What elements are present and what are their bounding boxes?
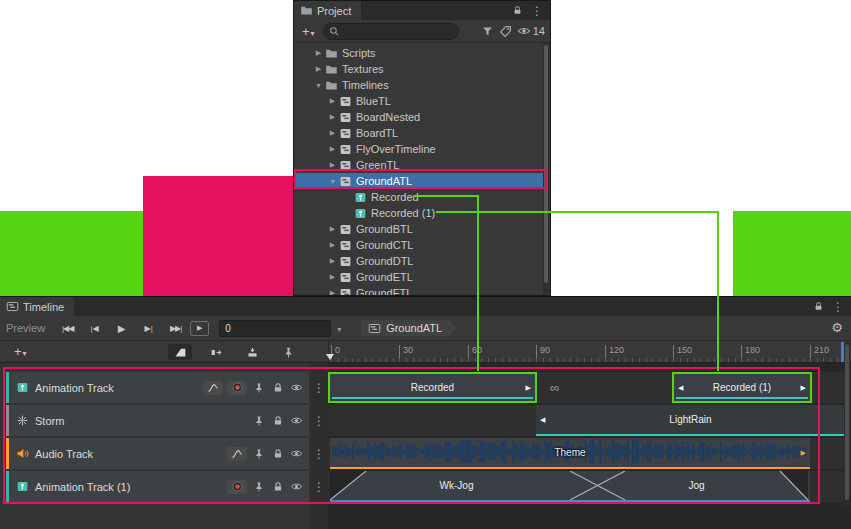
- track-header-audio-track[interactable]: Audio Track: [6, 438, 309, 469]
- next-frame-button[interactable]: [136, 319, 161, 337]
- create-asset-button[interactable]: [299, 24, 318, 39]
- show-markers-button[interactable]: [276, 344, 300, 360]
- breadcrumb-label: GroundATL: [386, 322, 442, 334]
- packages-visibility-button[interactable]: 14: [517, 24, 545, 38]
- pin-track-button[interactable]: [251, 380, 266, 395]
- frame-field[interactable]: 0: [219, 320, 331, 337]
- tree-item-groundbtl[interactable]: GroundBTL: [294, 221, 543, 237]
- extrapolation-infinity-icon: [550, 372, 559, 403]
- preview-toggle-button[interactable]: Preview: [6, 322, 45, 334]
- tree-item-timelines[interactable]: Timelines: [294, 77, 543, 93]
- tree-item-boardnested[interactable]: BoardNested: [294, 109, 543, 125]
- record-button[interactable]: [227, 480, 247, 494]
- track-options-kebab[interactable]: [312, 405, 326, 436]
- chevron-right-icon[interactable]: [326, 145, 339, 153]
- breadcrumb[interactable]: GroundATL: [361, 320, 456, 337]
- goto-end-button[interactable]: [163, 319, 188, 337]
- lock-track-button[interactable]: [270, 380, 285, 395]
- lock-icon[interactable]: [512, 5, 523, 16]
- lane-animation-track[interactable]: Recorded Recorded (1): [328, 372, 845, 403]
- chevron-right-icon[interactable]: [312, 65, 325, 73]
- tree-item-groundctl[interactable]: GroundCTL: [294, 237, 543, 253]
- particle-system-icon: [16, 414, 29, 427]
- search-by-label-button[interactable]: [499, 25, 512, 38]
- search-input[interactable]: [343, 26, 453, 37]
- clip-recorded-1[interactable]: Recorded (1): [672, 372, 812, 403]
- tree-item-recorded-1[interactable]: Recorded (1): [294, 205, 543, 221]
- chevron-right-icon[interactable]: [326, 289, 339, 295]
- mute-track-button[interactable]: [289, 479, 304, 494]
- tree-item-textures[interactable]: Textures: [294, 61, 543, 77]
- playhead-marker[interactable]: [326, 354, 334, 360]
- goto-start-button[interactable]: [55, 319, 80, 337]
- clip-lightrain[interactable]: LightRain: [536, 405, 845, 436]
- search-box[interactable]: [323, 23, 459, 40]
- record-icon: [231, 480, 244, 493]
- lock-track-button[interactable]: [270, 479, 285, 494]
- edit-mode-replace-button[interactable]: [240, 344, 264, 360]
- tree-item-grounddtl[interactable]: GroundDTL: [294, 253, 543, 269]
- tree-item-bluetl[interactable]: BlueTL: [294, 93, 543, 109]
- lock-icon[interactable]: [813, 301, 824, 312]
- chevron-right-icon[interactable]: [326, 97, 339, 105]
- clip-recorded[interactable]: Recorded: [328, 372, 537, 403]
- tree-item-recorded[interactable]: Recorded: [294, 189, 543, 205]
- pin-track-button[interactable]: [251, 446, 266, 461]
- chevron-right-icon[interactable]: [326, 225, 339, 233]
- tree-item-groundatl[interactable]: GroundATL: [294, 173, 543, 189]
- chevron-down-icon[interactable]: [326, 178, 339, 185]
- kebab-menu-icon[interactable]: [832, 300, 844, 314]
- tree-item-flyovertimeline[interactable]: FlyOverTimeline: [294, 141, 543, 157]
- tree-item-groundetl[interactable]: GroundETL: [294, 269, 543, 285]
- lock-track-button[interactable]: [270, 413, 285, 428]
- tree-item-groundftl[interactable]: GroundFTL: [294, 285, 543, 295]
- chevron-right-icon[interactable]: [326, 257, 339, 265]
- play-range-button[interactable]: [190, 321, 209, 336]
- lane-storm[interactable]: LightRain: [328, 405, 845, 436]
- track-options-kebab[interactable]: [312, 438, 326, 469]
- chevron-right-icon[interactable]: [312, 49, 325, 57]
- add-track-button[interactable]: [14, 344, 27, 359]
- tab-project[interactable]: Project: [294, 1, 361, 20]
- scrollbar-thumb[interactable]: [845, 344, 849, 500]
- search-by-type-button[interactable]: [481, 25, 494, 38]
- time-ruler[interactable]: 0 30 60 90 120 150 180 210: [328, 341, 845, 362]
- project-scrollbar[interactable]: [543, 43, 549, 294]
- edit-mode-mix-button[interactable]: [168, 344, 192, 360]
- gear-icon[interactable]: [831, 320, 843, 336]
- mute-track-button[interactable]: [289, 446, 304, 461]
- track-header-storm[interactable]: Storm: [6, 405, 309, 436]
- chevron-right-icon[interactable]: [326, 161, 339, 169]
- tree-item-scripts[interactable]: Scripts: [294, 45, 543, 61]
- lock-track-button[interactable]: [270, 446, 285, 461]
- project-toolbar: 14: [294, 20, 550, 43]
- scrollbar-thumb[interactable]: [544, 45, 548, 283]
- curves-toggle-button[interactable]: [227, 447, 247, 461]
- timeline-vertical-scrollbar[interactable]: [844, 342, 850, 506]
- lane-audio-track[interactable]: Theme: [328, 438, 845, 469]
- chevron-right-icon[interactable]: [326, 241, 339, 249]
- clip-theme[interactable]: Theme: [330, 438, 810, 469]
- curves-toggle-button[interactable]: [203, 381, 223, 395]
- chevron-right-icon[interactable]: [326, 113, 339, 121]
- tree-item-boardtl[interactable]: BoardTL: [294, 125, 543, 141]
- track-options-kebab[interactable]: [312, 372, 326, 403]
- edit-mode-ripple-button[interactable]: [204, 344, 228, 360]
- pin-track-button[interactable]: [251, 413, 266, 428]
- tree-item-greentl[interactable]: GreenTL: [294, 157, 543, 173]
- track-header-animation-track-1[interactable]: Animation Track (1): [6, 471, 309, 502]
- chevron-right-icon[interactable]: [326, 129, 339, 137]
- chevron-right-icon[interactable]: [326, 273, 339, 281]
- track-options-kebab[interactable]: [312, 471, 326, 502]
- play-button[interactable]: [109, 319, 134, 337]
- track-header-animation-track[interactable]: Animation Track: [6, 372, 309, 403]
- tab-timeline[interactable]: Timeline: [0, 297, 74, 316]
- record-button[interactable]: [227, 381, 247, 395]
- pin-track-button[interactable]: [251, 479, 266, 494]
- mute-track-button[interactable]: [289, 413, 304, 428]
- chevron-down-icon[interactable]: [312, 82, 325, 89]
- mute-track-button[interactable]: [289, 380, 304, 395]
- frame-options-caret-icon[interactable]: [333, 322, 349, 334]
- previous-frame-button[interactable]: [82, 319, 107, 337]
- kebab-menu-icon[interactable]: [531, 4, 543, 18]
